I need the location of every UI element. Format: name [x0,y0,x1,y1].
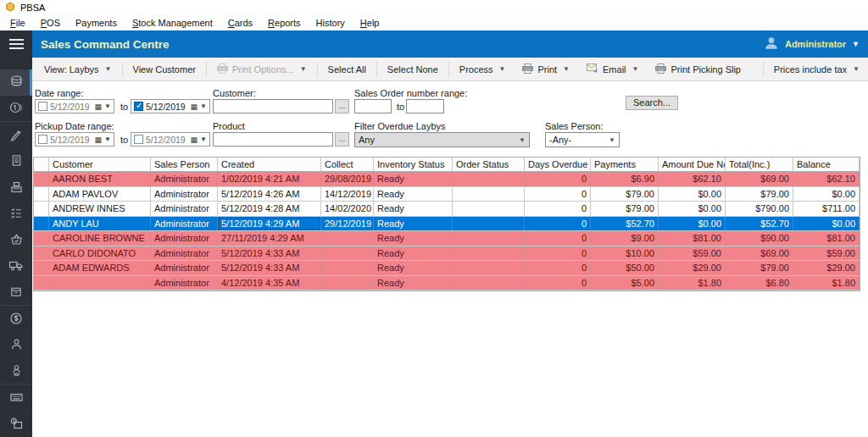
filter-overdue-dropdown[interactable]: Any ▼ [354,132,530,147]
cell-payments[interactable]: $5.00 [591,276,659,290]
cell-days_overdue[interactable]: 0 [525,231,591,246]
cell-balance[interactable]: $711.00 [793,202,860,216]
cell-order_status[interactable] [453,276,525,290]
table-row[interactable]: Administrator4/12/2019 4:35 AMReady0$5.0… [34,276,860,291]
cell-inventory_status[interactable]: Ready [374,202,453,216]
cell-created[interactable]: 1/02/2019 4:21 AM [218,172,321,186]
cell-inventory_status[interactable]: Ready [374,276,453,290]
print-picking-slip-button[interactable]: Print Picking Slip [647,59,749,80]
cell-total_inc[interactable]: $79.00 [726,187,793,202]
cell-total_inc[interactable]: $79.00 [726,261,793,275]
cell-inventory_status[interactable]: Ready [374,246,453,261]
cell-customer[interactable]: AARON BEST [49,172,151,186]
chevron-down-icon[interactable]: ▼ [200,136,207,143]
cell-created[interactable]: 5/12/2019 4:26 AM [218,187,321,202]
cell-customer[interactable]: ANDY LAU [49,217,151,231]
cell-amount_due_now[interactable]: $0.00 [659,217,726,231]
cell-order_status[interactable] [453,217,525,231]
cell-inventory_status[interactable]: Ready [374,172,453,186]
column-header-customer[interactable]: Customer [49,158,151,171]
cell-balance[interactable]: $59.00 [793,246,860,261]
user-menu[interactable]: Administrator ▼ [764,36,860,53]
customer-input[interactable] [213,99,333,113]
cell-selector[interactable] [34,172,49,186]
sidebar-item-register[interactable] [0,174,32,201]
select-none-button[interactable]: Select None [379,59,447,80]
cell-sales_person[interactable]: Administrator [151,246,218,261]
table-row[interactable]: CAROLINE BROWNEAdministrator27/11/2019 4… [34,231,860,246]
table-row[interactable]: ADAM EDWARDSAdministrator5/12/2019 4:33 … [34,261,860,276]
chevron-down-icon[interactable]: ▼ [200,102,207,110]
menu-item-cards[interactable]: Cards [220,17,260,29]
column-header-payments[interactable]: Payments [591,158,659,171]
cell-sales_person[interactable]: Administrator [151,202,218,216]
cell-selector[interactable] [34,261,49,275]
cell-sales_person[interactable]: Administrator [151,217,218,231]
hamburger-menu-icon[interactable] [0,30,32,58]
cell-customer[interactable]: ADAM EDWARDS [49,261,151,275]
cell-inventory_status[interactable]: Ready [374,217,453,231]
sidebar-item-edit[interactable] [0,122,32,148]
chevron-down-icon[interactable]: ▼ [104,136,111,143]
cell-amount_due_now[interactable]: $62.10 [659,172,726,186]
process-button[interactable]: Process ▼ [451,59,515,80]
cell-sales_person[interactable]: Administrator [151,276,218,290]
table-row[interactable]: ANDY LAUAdministrator5/12/2019 4:29 AM29… [34,217,860,232]
cell-inventory_status[interactable]: Ready [374,261,453,275]
cell-collect[interactable] [321,246,374,261]
cell-collect[interactable]: 29/08/2019 [321,172,374,186]
cell-collect[interactable] [321,231,374,246]
sidebar-item-deliveries[interactable] [0,253,32,279]
cell-total_inc[interactable]: $90.00 [726,231,793,246]
cell-customer[interactable]: ANDREW INNES [49,202,151,216]
cell-balance[interactable]: $0.00 [793,217,860,231]
column-header-inventory_status[interactable]: Inventory Status [374,158,453,171]
sidebar-item-finance[interactable] [0,306,32,332]
cell-order_status[interactable] [453,202,525,216]
cell-order_status[interactable] [453,231,525,246]
cell-total_inc[interactable]: $69.00 [726,172,793,186]
menu-item-file[interactable]: File [3,17,33,29]
sales-order-to-input[interactable] [406,99,444,113]
cell-customer[interactable]: CAROLINE BROWNE [49,231,151,246]
cell-payments[interactable]: $79.00 [591,187,659,202]
date-range-to-picker[interactable]: 5/12/2019 ▦ ▼ [131,99,210,113]
sidebar-item-basket[interactable] [0,227,32,253]
cell-balance[interactable]: $0.00 [793,187,860,202]
date-from-checkbox[interactable] [38,102,47,111]
cell-payments[interactable]: $50.00 [591,261,659,275]
cell-amount_due_now[interactable]: $59.00 [659,246,726,261]
cell-collect[interactable] [321,261,374,275]
cell-total_inc[interactable]: $69.00 [726,246,793,261]
cell-selector[interactable] [34,231,49,246]
table-row[interactable]: CARLO DIDONATOAdministrator5/12/2019 4:3… [34,246,860,262]
pickup-from-picker[interactable]: 5/12/2019 ▦ ▼ [35,132,114,147]
sidebar-item-payments[interactable] [0,96,32,122]
cell-amount_due_now[interactable]: $0.00 [659,187,726,202]
pickup-to-picker[interactable]: 5/12/2019 ▦ ▼ [131,132,210,147]
cell-days_overdue[interactable]: 0 [525,276,591,290]
prices-include-tax-button[interactable]: Prices include tax ▼ [765,59,868,80]
cell-payments[interactable]: $79.00 [591,202,659,216]
product-input[interactable] [213,132,333,147]
table-row[interactable]: ANDREW INNESAdministrator5/12/2019 4:28 … [34,202,860,217]
view-laybys-button[interactable]: View: Laybys ▼ [36,59,120,80]
cell-inventory_status[interactable]: Ready [374,187,453,202]
chevron-down-icon[interactable]: ▼ [104,102,111,110]
print-button[interactable]: Print ▼ [514,59,578,80]
cell-days_overdue[interactable]: 0 [525,187,591,202]
sidebar-item-documents[interactable] [0,148,32,174]
cell-total_inc[interactable]: $790.00 [726,202,793,216]
cell-days_overdue[interactable]: 0 [525,202,591,216]
cell-balance[interactable]: $62.10 [793,172,860,186]
cell-collect[interactable]: 14/12/2019 [321,187,374,202]
date-to-checkbox[interactable] [134,102,143,111]
column-header-days_overdue[interactable]: Days Overdue [525,158,591,171]
menu-item-help[interactable]: Help [353,17,387,29]
product-browse-button[interactable]: ... [335,132,349,147]
cell-selector[interactable] [34,187,49,202]
cell-order_status[interactable] [453,187,525,202]
menu-item-stock-management[interactable]: Stock Management [125,17,220,29]
cell-payments[interactable]: $52.70 [591,217,659,231]
sidebar-item-stock[interactable] [0,279,32,306]
